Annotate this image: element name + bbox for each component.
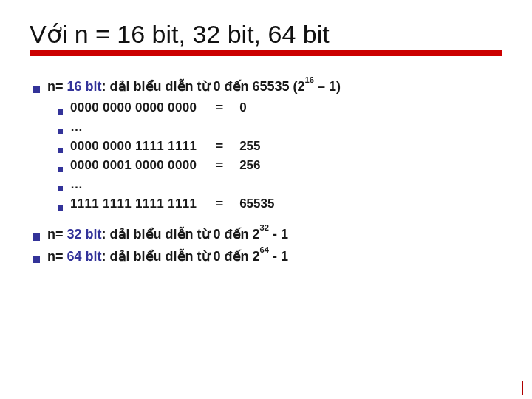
bullet-icon bbox=[58, 186, 63, 191]
bullet-icon bbox=[58, 129, 63, 134]
equals: = bbox=[216, 100, 239, 115]
title-block: Với n = 16 bit, 32 bit, 64 bit bbox=[30, 21, 502, 56]
bin-block: 0000 0000 0000 0000 = 0 bbox=[70, 100, 247, 115]
slide-title: Với n = 16 bit, 32 bit, 64 bit bbox=[30, 21, 502, 50]
bullet-icon bbox=[58, 148, 63, 153]
sup-16: 16 bbox=[305, 75, 314, 84]
row-0: 0000 0000 0000 0000 = 0 bbox=[58, 100, 502, 115]
prefix: n= bbox=[47, 227, 67, 242]
text-64bit: n= 64 bit: dải biểu diễn từ 0 đến 264 - … bbox=[47, 248, 288, 265]
equals: = bbox=[216, 158, 239, 173]
bullet-icon bbox=[33, 256, 40, 263]
tail-16: – 1) bbox=[314, 79, 341, 94]
bin-block: 0000 0000 1111 1111 = 255 bbox=[70, 139, 261, 154]
desc-64: : dải biểu diễn từ 0 đến 2 bbox=[102, 249, 260, 264]
text-16bit: n= 16 bit: dải biểu diễn từ 0 đến 65535 … bbox=[47, 78, 341, 95]
content-area: n= 16 bit: dải biểu diễn từ 0 đến 65535 … bbox=[30, 61, 502, 265]
value: 65535 bbox=[239, 197, 274, 211]
value: 255 bbox=[239, 139, 260, 154]
sublist-16bit: 0000 0000 0000 0000 = 0 … 0000 0000 1111… bbox=[33, 100, 502, 211]
prefix: n= bbox=[47, 249, 67, 264]
corner-decoration bbox=[522, 378, 523, 392]
desc-16: : dải biểu diễn từ 0 đến 65535 (2 bbox=[102, 79, 305, 94]
row-255: 0000 0000 1111 1111 = 255 bbox=[58, 139, 502, 154]
square-outline-icon bbox=[522, 381, 523, 395]
row-256: 0000 0001 0000 0000 = 256 bbox=[58, 158, 502, 173]
bullet-icon bbox=[33, 86, 40, 93]
item-64bit: n= 64 bit: dải biểu diễn từ 0 đến 264 - … bbox=[33, 248, 502, 265]
item-16bit: n= 16 bit: dải biểu diễn từ 0 đến 65535 … bbox=[33, 78, 502, 95]
bin-block: 0000 0001 0000 0000 = 256 bbox=[70, 158, 261, 173]
text-32bit: n= 32 bit: dải biểu diễn từ 0 đến 232 - … bbox=[47, 226, 288, 242]
equals: = bbox=[216, 197, 239, 211]
sup-64: 64 bbox=[260, 245, 269, 254]
bullet-icon bbox=[58, 205, 63, 211]
sup-32: 32 bbox=[260, 223, 269, 232]
title-underline bbox=[30, 50, 502, 56]
bin-block: 1111 1111 1111 1111 = 65535 bbox=[70, 197, 274, 211]
bullet-icon bbox=[58, 167, 63, 172]
equals: = bbox=[216, 139, 239, 154]
row-ellipsis-1: … bbox=[58, 120, 502, 134]
prefix: n= bbox=[47, 79, 67, 94]
binary: 0000 0000 1111 1111 bbox=[70, 139, 197, 154]
tail-64: - 1 bbox=[269, 249, 288, 264]
ellipsis: … bbox=[70, 120, 83, 134]
item-32bit: n= 32 bit: dải biểu diễn từ 0 đến 232 - … bbox=[33, 226, 502, 242]
row-ellipsis-2: … bbox=[58, 177, 502, 192]
bullet-icon bbox=[58, 109, 63, 115]
binary: 0000 0000 0000 0000 bbox=[70, 100, 197, 115]
row-65535: 1111 1111 1111 1111 = 65535 bbox=[58, 197, 502, 211]
tail-32: - 1 bbox=[269, 227, 288, 242]
value: 256 bbox=[239, 158, 260, 173]
bits-64: 64 bit bbox=[67, 249, 102, 264]
bullet-icon bbox=[33, 233, 40, 241]
bits-16: 16 bit bbox=[67, 79, 102, 94]
binary: 0000 0001 0000 0000 bbox=[70, 158, 197, 173]
ellipsis: … bbox=[70, 177, 83, 192]
binary: 1111 1111 1111 1111 bbox=[70, 197, 197, 211]
bits-32: 32 bit bbox=[67, 227, 102, 242]
value: 0 bbox=[239, 100, 246, 115]
desc-32: : dải biểu diễn từ 0 đến 2 bbox=[102, 227, 260, 242]
